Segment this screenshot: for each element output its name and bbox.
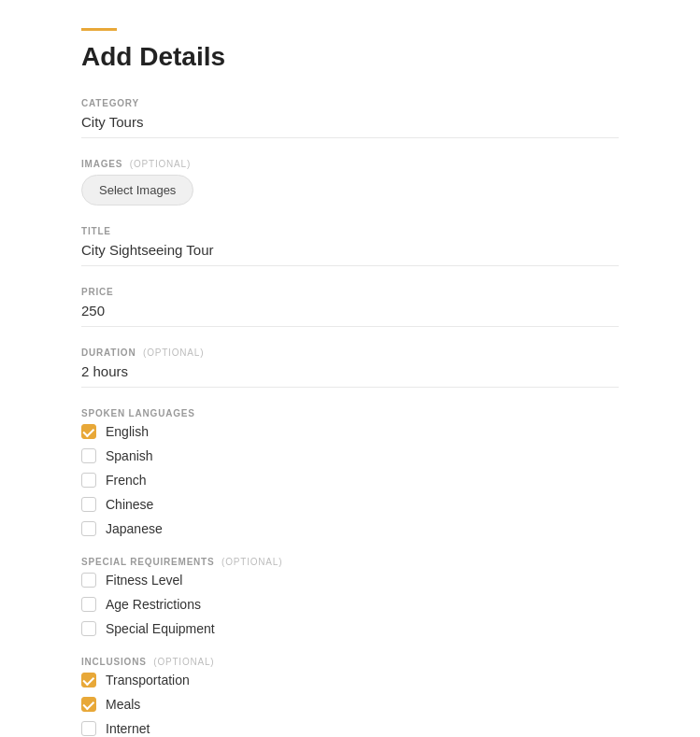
checkbox-item-internet[interactable]: Internet bbox=[81, 721, 619, 736]
inclusions-section: INCLUSIONS (OPTIONAL) TransportationMeal… bbox=[81, 657, 619, 737]
duration-label: DURATION (OPTIONAL) bbox=[81, 347, 619, 358]
checkbox-box-equipment bbox=[81, 621, 96, 636]
checkbox-label-equipment: Special Equipment bbox=[106, 621, 215, 636]
checkbox-box-age bbox=[81, 597, 96, 612]
title-label: TITLE bbox=[81, 226, 619, 236]
checkbox-label-chinese: Chinese bbox=[106, 497, 153, 512]
checkbox-label-french: French bbox=[106, 473, 147, 488]
checkbox-item-equipment[interactable]: Special Equipment bbox=[81, 621, 619, 636]
page-title: Add Details bbox=[81, 42, 619, 72]
checkbox-item-fitness[interactable]: Fitness Level bbox=[81, 573, 619, 588]
checkbox-label-english: English bbox=[106, 424, 149, 439]
checkbox-item-chinese[interactable]: Chinese bbox=[81, 497, 619, 512]
checkbox-label-spanish: Spanish bbox=[106, 448, 153, 463]
checkbox-box-english bbox=[81, 424, 96, 439]
duration-value: 2 hours bbox=[81, 363, 619, 388]
checkbox-box-chinese bbox=[81, 497, 96, 512]
spoken-languages-label: SPOKEN LANGUAGES bbox=[81, 408, 619, 418]
images-section: IMAGES (OPTIONAL) Select Images bbox=[81, 159, 619, 206]
price-label: PRICE bbox=[81, 287, 619, 297]
inclusions-group: TransportationMealsInternetSouvenirs bbox=[81, 673, 619, 737]
special-requirements-section: SPECIAL REQUIREMENTS (OPTIONAL) Fitness … bbox=[81, 557, 619, 636]
price-section: PRICE 250 bbox=[81, 287, 619, 327]
category-value: City Tours bbox=[81, 114, 619, 138]
spoken-languages-section: SPOKEN LANGUAGES EnglishSpanishFrenchChi… bbox=[81, 408, 619, 536]
checkbox-item-transportation[interactable]: Transportation bbox=[81, 673, 619, 687]
title-value: City Sightseeing Tour bbox=[81, 242, 619, 266]
images-label: IMAGES (OPTIONAL) bbox=[81, 159, 619, 169]
checkbox-box-internet bbox=[81, 721, 96, 736]
price-value: 250 bbox=[81, 303, 619, 327]
title-section: TITLE City Sightseeing Tour bbox=[81, 226, 619, 266]
select-images-button[interactable]: Select Images bbox=[81, 175, 193, 206]
checkbox-box-japanese bbox=[81, 521, 96, 536]
duration-section: DURATION (OPTIONAL) 2 hours bbox=[81, 347, 619, 388]
checkbox-label-japanese: Japanese bbox=[106, 521, 163, 536]
accent-bar bbox=[81, 28, 117, 31]
checkbox-label-internet: Internet bbox=[106, 721, 150, 736]
checkbox-box-meals bbox=[81, 697, 96, 712]
checkbox-item-english[interactable]: English bbox=[81, 424, 619, 439]
special-requirements-group: Fitness LevelAge RestrictionsSpecial Equ… bbox=[81, 573, 619, 636]
checkbox-item-japanese[interactable]: Japanese bbox=[81, 521, 619, 536]
spoken-languages-group: EnglishSpanishFrenchChineseJapanese bbox=[81, 424, 619, 536]
checkbox-label-meals: Meals bbox=[106, 697, 140, 712]
checkbox-box-spanish bbox=[81, 448, 96, 463]
checkbox-item-french[interactable]: French bbox=[81, 473, 619, 488]
checkbox-box-transportation bbox=[81, 673, 96, 687]
checkbox-box-french bbox=[81, 473, 96, 488]
checkbox-label-age: Age Restrictions bbox=[106, 597, 201, 612]
checkbox-item-spanish[interactable]: Spanish bbox=[81, 448, 619, 463]
category-section: CATEGORY City Tours bbox=[81, 98, 619, 138]
checkbox-box-fitness bbox=[81, 573, 96, 588]
inclusions-label: INCLUSIONS (OPTIONAL) bbox=[81, 657, 619, 667]
special-requirements-label: SPECIAL REQUIREMENTS (OPTIONAL) bbox=[81, 557, 619, 567]
checkbox-label-fitness: Fitness Level bbox=[106, 573, 182, 588]
checkbox-item-meals[interactable]: Meals bbox=[81, 697, 619, 712]
category-label: CATEGORY bbox=[81, 98, 619, 108]
checkbox-item-age[interactable]: Age Restrictions bbox=[81, 597, 619, 612]
checkbox-label-transportation: Transportation bbox=[106, 673, 190, 687]
